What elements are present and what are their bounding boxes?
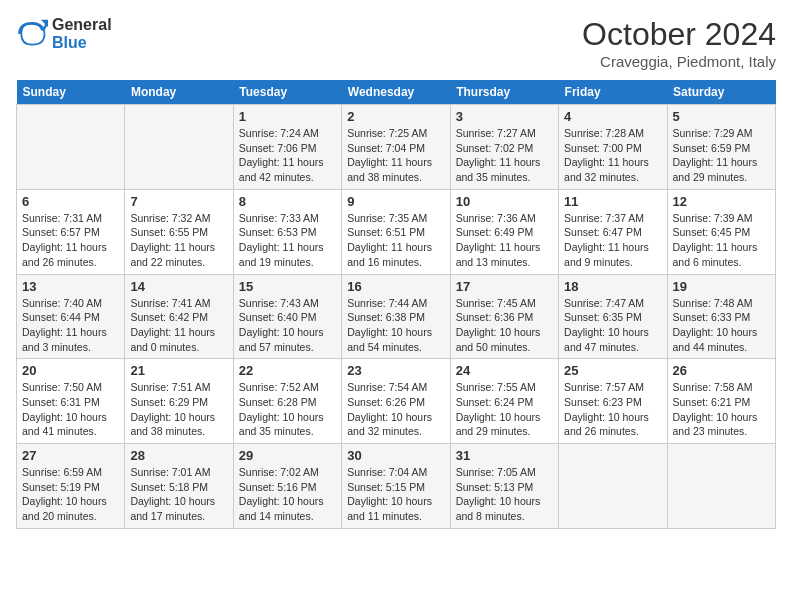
day-info: Sunrise: 7:33 AM Sunset: 6:53 PM Dayligh… (239, 211, 336, 270)
day-number: 8 (239, 194, 336, 209)
header-sunday: Sunday (17, 80, 125, 105)
day-info: Sunrise: 7:05 AM Sunset: 5:13 PM Dayligh… (456, 465, 553, 524)
day-number: 30 (347, 448, 444, 463)
day-number: 12 (673, 194, 770, 209)
calendar-cell: 5Sunrise: 7:29 AM Sunset: 6:59 PM Daylig… (667, 105, 775, 190)
calendar-cell: 4Sunrise: 7:28 AM Sunset: 7:00 PM Daylig… (559, 105, 667, 190)
calendar-cell: 1Sunrise: 7:24 AM Sunset: 7:06 PM Daylig… (233, 105, 341, 190)
day-info: Sunrise: 7:36 AM Sunset: 6:49 PM Dayligh… (456, 211, 553, 270)
calendar-cell: 25Sunrise: 7:57 AM Sunset: 6:23 PM Dayli… (559, 359, 667, 444)
day-number: 19 (673, 279, 770, 294)
logo-general: General (52, 16, 112, 33)
day-number: 25 (564, 363, 661, 378)
day-info: Sunrise: 7:44 AM Sunset: 6:38 PM Dayligh… (347, 296, 444, 355)
calendar-cell: 3Sunrise: 7:27 AM Sunset: 7:02 PM Daylig… (450, 105, 558, 190)
calendar-cell: 14Sunrise: 7:41 AM Sunset: 6:42 PM Dayli… (125, 274, 233, 359)
day-info: Sunrise: 7:43 AM Sunset: 6:40 PM Dayligh… (239, 296, 336, 355)
calendar-table: SundayMondayTuesdayWednesdayThursdayFrid… (16, 80, 776, 529)
day-number: 9 (347, 194, 444, 209)
day-info: Sunrise: 7:40 AM Sunset: 6:44 PM Dayligh… (22, 296, 119, 355)
location-title: Craveggia, Piedmont, Italy (582, 53, 776, 70)
week-row-5: 27Sunrise: 6:59 AM Sunset: 5:19 PM Dayli… (17, 444, 776, 529)
week-row-2: 6Sunrise: 7:31 AM Sunset: 6:57 PM Daylig… (17, 189, 776, 274)
day-number: 10 (456, 194, 553, 209)
calendar-cell: 8Sunrise: 7:33 AM Sunset: 6:53 PM Daylig… (233, 189, 341, 274)
day-number: 22 (239, 363, 336, 378)
calendar-cell: 24Sunrise: 7:55 AM Sunset: 6:24 PM Dayli… (450, 359, 558, 444)
title-block: October 2024 Craveggia, Piedmont, Italy (582, 16, 776, 70)
day-number: 3 (456, 109, 553, 124)
day-info: Sunrise: 7:48 AM Sunset: 6:33 PM Dayligh… (673, 296, 770, 355)
day-number: 5 (673, 109, 770, 124)
calendar-cell: 13Sunrise: 7:40 AM Sunset: 6:44 PM Dayli… (17, 274, 125, 359)
day-info: Sunrise: 7:50 AM Sunset: 6:31 PM Dayligh… (22, 380, 119, 439)
day-info: Sunrise: 7:57 AM Sunset: 6:23 PM Dayligh… (564, 380, 661, 439)
calendar-cell: 28Sunrise: 7:01 AM Sunset: 5:18 PM Dayli… (125, 444, 233, 529)
calendar-cell: 17Sunrise: 7:45 AM Sunset: 6:36 PM Dayli… (450, 274, 558, 359)
day-number: 29 (239, 448, 336, 463)
calendar-cell: 16Sunrise: 7:44 AM Sunset: 6:38 PM Dayli… (342, 274, 450, 359)
week-row-1: 1Sunrise: 7:24 AM Sunset: 7:06 PM Daylig… (17, 105, 776, 190)
day-number: 27 (22, 448, 119, 463)
calendar-cell: 12Sunrise: 7:39 AM Sunset: 6:45 PM Dayli… (667, 189, 775, 274)
day-number: 21 (130, 363, 227, 378)
day-info: Sunrise: 7:55 AM Sunset: 6:24 PM Dayligh… (456, 380, 553, 439)
calendar-cell: 19Sunrise: 7:48 AM Sunset: 6:33 PM Dayli… (667, 274, 775, 359)
day-info: Sunrise: 7:47 AM Sunset: 6:35 PM Dayligh… (564, 296, 661, 355)
day-number: 15 (239, 279, 336, 294)
day-number: 6 (22, 194, 119, 209)
day-info: Sunrise: 7:25 AM Sunset: 7:04 PM Dayligh… (347, 126, 444, 185)
header-wednesday: Wednesday (342, 80, 450, 105)
day-info: Sunrise: 7:04 AM Sunset: 5:15 PM Dayligh… (347, 465, 444, 524)
day-info: Sunrise: 7:58 AM Sunset: 6:21 PM Dayligh… (673, 380, 770, 439)
day-info: Sunrise: 7:37 AM Sunset: 6:47 PM Dayligh… (564, 211, 661, 270)
day-number: 17 (456, 279, 553, 294)
day-info: Sunrise: 7:35 AM Sunset: 6:51 PM Dayligh… (347, 211, 444, 270)
day-number: 31 (456, 448, 553, 463)
day-number: 24 (456, 363, 553, 378)
logo-blue: Blue (52, 34, 87, 51)
calendar-cell: 2Sunrise: 7:25 AM Sunset: 7:04 PM Daylig… (342, 105, 450, 190)
header-monday: Monday (125, 80, 233, 105)
day-info: Sunrise: 7:01 AM Sunset: 5:18 PM Dayligh… (130, 465, 227, 524)
week-row-4: 20Sunrise: 7:50 AM Sunset: 6:31 PM Dayli… (17, 359, 776, 444)
calendar-cell: 21Sunrise: 7:51 AM Sunset: 6:29 PM Dayli… (125, 359, 233, 444)
day-info: Sunrise: 7:39 AM Sunset: 6:45 PM Dayligh… (673, 211, 770, 270)
day-info: Sunrise: 7:54 AM Sunset: 6:26 PM Dayligh… (347, 380, 444, 439)
day-number: 1 (239, 109, 336, 124)
day-number: 4 (564, 109, 661, 124)
day-info: Sunrise: 7:41 AM Sunset: 6:42 PM Dayligh… (130, 296, 227, 355)
calendar-cell: 11Sunrise: 7:37 AM Sunset: 6:47 PM Dayli… (559, 189, 667, 274)
header-saturday: Saturday (667, 80, 775, 105)
calendar-cell: 23Sunrise: 7:54 AM Sunset: 6:26 PM Dayli… (342, 359, 450, 444)
day-info: Sunrise: 6:59 AM Sunset: 5:19 PM Dayligh… (22, 465, 119, 524)
calendar-cell: 15Sunrise: 7:43 AM Sunset: 6:40 PM Dayli… (233, 274, 341, 359)
week-row-3: 13Sunrise: 7:40 AM Sunset: 6:44 PM Dayli… (17, 274, 776, 359)
day-number: 28 (130, 448, 227, 463)
day-number: 14 (130, 279, 227, 294)
day-number: 20 (22, 363, 119, 378)
day-number: 23 (347, 363, 444, 378)
header-friday: Friday (559, 80, 667, 105)
calendar-cell: 22Sunrise: 7:52 AM Sunset: 6:28 PM Dayli… (233, 359, 341, 444)
calendar-cell: 9Sunrise: 7:35 AM Sunset: 6:51 PM Daylig… (342, 189, 450, 274)
day-info: Sunrise: 7:31 AM Sunset: 6:57 PM Dayligh… (22, 211, 119, 270)
day-info: Sunrise: 7:45 AM Sunset: 6:36 PM Dayligh… (456, 296, 553, 355)
calendar-cell: 29Sunrise: 7:02 AM Sunset: 5:16 PM Dayli… (233, 444, 341, 529)
calendar-cell (667, 444, 775, 529)
calendar-cell (125, 105, 233, 190)
calendar-body: 1Sunrise: 7:24 AM Sunset: 7:06 PM Daylig… (17, 105, 776, 529)
day-number: 16 (347, 279, 444, 294)
header-thursday: Thursday (450, 80, 558, 105)
day-number: 13 (22, 279, 119, 294)
calendar-cell: 7Sunrise: 7:32 AM Sunset: 6:55 PM Daylig… (125, 189, 233, 274)
calendar-header-row: SundayMondayTuesdayWednesdayThursdayFrid… (17, 80, 776, 105)
calendar-cell: 27Sunrise: 6:59 AM Sunset: 5:19 PM Dayli… (17, 444, 125, 529)
page-header: General Blue October 2024 Craveggia, Pie… (16, 16, 776, 70)
logo: General Blue (16, 16, 112, 53)
day-number: 26 (673, 363, 770, 378)
calendar-cell: 6Sunrise: 7:31 AM Sunset: 6:57 PM Daylig… (17, 189, 125, 274)
header-tuesday: Tuesday (233, 80, 341, 105)
day-info: Sunrise: 7:32 AM Sunset: 6:55 PM Dayligh… (130, 211, 227, 270)
day-info: Sunrise: 7:27 AM Sunset: 7:02 PM Dayligh… (456, 126, 553, 185)
